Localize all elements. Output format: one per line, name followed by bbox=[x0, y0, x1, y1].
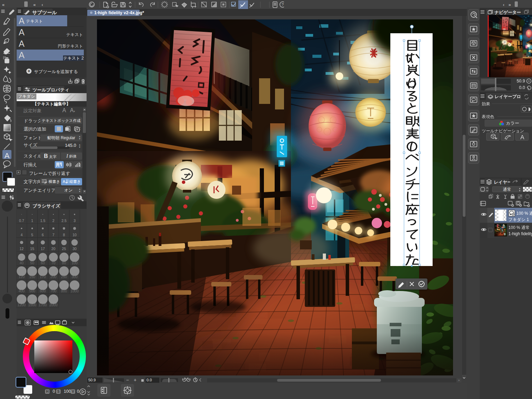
svg-text:30: 30 bbox=[72, 247, 77, 251]
svg-text:1: 1 bbox=[31, 219, 33, 223]
svg-text:600: 600 bbox=[40, 289, 46, 293]
svg-text:80: 80 bbox=[62, 261, 66, 265]
svg-text:2000: 2000 bbox=[49, 303, 57, 307]
svg-text:500: 500 bbox=[29, 289, 35, 293]
svg-text:200: 200 bbox=[50, 275, 56, 279]
svg-text:170: 170 bbox=[40, 275, 46, 279]
svg-text:20: 20 bbox=[51, 247, 55, 251]
svg-text:A: A bbox=[44, 181, 46, 185]
svg-text:7: 7 bbox=[52, 233, 54, 237]
svg-text:A: A bbox=[5, 151, 10, 160]
svg-text:150: 150 bbox=[29, 275, 35, 279]
svg-text:50: 50 bbox=[30, 261, 34, 265]
svg-text:1500: 1500 bbox=[28, 303, 36, 307]
svg-text:1.5: 1.5 bbox=[40, 219, 45, 223]
svg-text:250: 250 bbox=[61, 275, 67, 279]
svg-text:300: 300 bbox=[72, 275, 78, 279]
svg-text:1700: 1700 bbox=[39, 303, 47, 307]
svg-text:A: A bbox=[520, 134, 524, 141]
svg-text:6: 6 bbox=[42, 233, 44, 237]
svg-text:15: 15 bbox=[30, 247, 34, 251]
svg-text:25: 25 bbox=[62, 247, 66, 251]
svg-text:4: 4 bbox=[20, 233, 23, 237]
svg-text:2: 2 bbox=[52, 219, 54, 223]
svg-text:700: 700 bbox=[50, 289, 56, 293]
svg-text:12: 12 bbox=[19, 247, 24, 251]
svg-text:3: 3 bbox=[73, 219, 76, 223]
svg-text:100: 100 bbox=[72, 261, 78, 265]
svg-text:5: 5 bbox=[31, 233, 33, 237]
svg-text:40: 40 bbox=[19, 261, 24, 265]
svg-text:A: A bbox=[63, 179, 65, 184]
svg-text:17: 17 bbox=[41, 247, 45, 251]
svg-text:70: 70 bbox=[51, 261, 55, 265]
svg-text:8: 8 bbox=[63, 233, 65, 237]
svg-text:800: 800 bbox=[61, 289, 67, 293]
svg-text:0.7: 0.7 bbox=[19, 219, 24, 223]
svg-text:1200: 1200 bbox=[18, 303, 26, 307]
svg-text:?: ? bbox=[282, 2, 284, 7]
svg-text:10: 10 bbox=[72, 233, 77, 237]
svg-text:400: 400 bbox=[19, 289, 25, 293]
svg-text:2.5: 2.5 bbox=[61, 219, 66, 223]
svg-text:120: 120 bbox=[19, 275, 25, 279]
svg-text:1000: 1000 bbox=[71, 289, 79, 293]
svg-text:60: 60 bbox=[41, 261, 45, 265]
